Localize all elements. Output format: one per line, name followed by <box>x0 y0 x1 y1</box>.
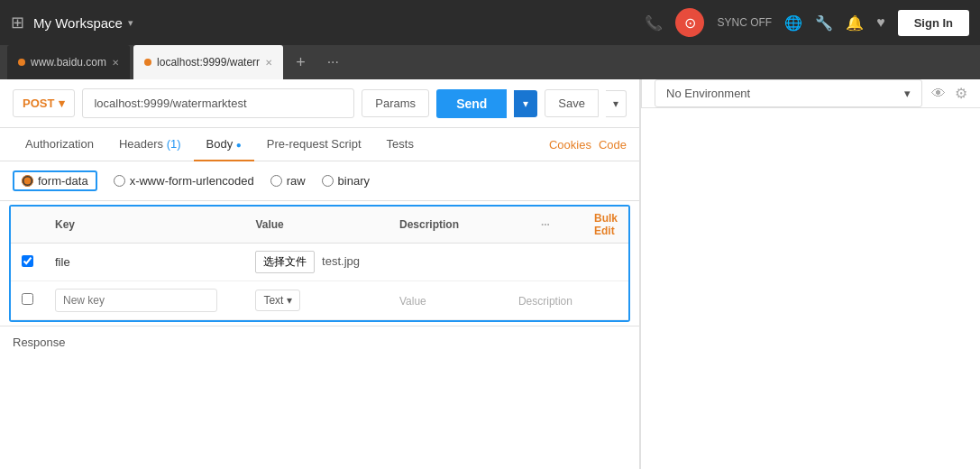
choose-file-button[interactable]: 选择文件 <box>255 251 315 273</box>
raw-label: raw <box>287 174 306 188</box>
bulk-edit-column: Bulk Edit <box>583 207 628 244</box>
wrench-icon[interactable]: 🔧 <box>815 14 833 32</box>
send-dropdown-button[interactable]: ▾ <box>514 90 537 117</box>
new-key-cell <box>44 281 244 320</box>
tab-close-icon[interactable]: ✕ <box>265 58 272 68</box>
tab-dot <box>144 59 151 66</box>
file-name: test.jpg <box>322 254 360 268</box>
x-www-label: x-www-form-urlencoded <box>130 174 254 188</box>
tab-authorization-label: Authorization <box>25 137 94 151</box>
headers-badge: (1) <box>167 137 181 151</box>
save-dropdown-button[interactable]: ▾ <box>606 90 627 117</box>
tab-baidu[interactable]: www.baidu.com ✕ <box>7 45 130 79</box>
response-label: Response <box>13 336 66 349</box>
env-label: No Environment <box>666 87 750 100</box>
env-bar: No Environment ▾ 👁 ⚙ <box>641 79 980 108</box>
value-placeholder: Value <box>399 295 426 308</box>
x-www-radio[interactable] <box>114 175 125 187</box>
binary-option[interactable]: binary <box>322 174 370 188</box>
form-data-table: Key Value Description ··· Bulk Edit <box>11 207 628 320</box>
body-dot: ● <box>236 140 242 150</box>
tab-label: localhost:9999/waterr <box>157 56 260 69</box>
new-extra-cell <box>583 281 628 320</box>
bulk-edit-button[interactable]: Bulk Edit <box>594 212 618 237</box>
sync-icon[interactable]: ⊙ <box>675 8 704 37</box>
body-type-bar: form-data x-www-form-urlencoded raw bina… <box>0 161 639 201</box>
description-column-header: Description <box>389 207 508 244</box>
method-chevron: ▾ <box>59 97 65 110</box>
tab-body[interactable]: Body ● <box>194 128 254 161</box>
tab-tests[interactable]: Tests <box>374 128 426 161</box>
bell-icon[interactable]: 🔔 <box>846 14 864 32</box>
workspace-chevron: ▾ <box>128 17 133 29</box>
tab-close-icon[interactable]: ✕ <box>112 58 119 68</box>
binary-label: binary <box>338 174 370 188</box>
phone-icon[interactable]: 📞 <box>645 14 663 32</box>
gear-icon[interactable]: ⚙ <box>955 85 967 102</box>
row-dots-cell <box>508 244 583 281</box>
row-checkbox-cell <box>11 244 44 281</box>
row-extra-cell <box>583 244 628 281</box>
binary-radio[interactable] <box>322 175 334 187</box>
eye-icon[interactable]: 👁 <box>931 86 946 102</box>
sync-label: SYNC OFF <box>717 16 772 29</box>
tab-authorization[interactable]: Authorization <box>13 128 106 161</box>
row-checkbox[interactable] <box>22 255 33 267</box>
method-label: POST <box>23 97 54 110</box>
new-key-input[interactable] <box>55 289 217 312</box>
send-button[interactable]: Send <box>436 89 507 118</box>
env-chevron: ▾ <box>904 87 911 100</box>
workspace-label[interactable]: My Workspace ▾ <box>33 15 636 31</box>
left-panel: POST ▾ Params Send ▾ Save ▾ Authorizatio… <box>0 79 640 469</box>
tabs-bar: www.baidu.com ✕ localhost:9999/waterr ✕ … <box>0 45 980 79</box>
heart-icon[interactable]: ♥ <box>876 14 885 31</box>
row-description-cell <box>389 244 508 281</box>
dots-column: ··· <box>508 207 583 244</box>
raw-radio[interactable] <box>270 175 282 187</box>
request-tabs: Authorization Headers (1) Body ● Pre-req… <box>0 128 639 161</box>
tab-prerequest[interactable]: Pre-request Script <box>254 128 374 161</box>
env-select[interactable]: No Environment ▾ <box>655 79 922 107</box>
right-panel: No Environment ▾ 👁 ⚙ <box>640 79 980 469</box>
tab-prerequest-label: Pre-request Script <box>267 137 362 151</box>
url-input[interactable] <box>82 88 354 118</box>
sign-in-button[interactable]: Sign In <box>898 10 969 36</box>
type-chevron: ▾ <box>287 294 292 307</box>
form-data-option[interactable]: form-data <box>13 170 97 191</box>
new-desc-cell: Description <box>508 281 583 320</box>
more-tabs-button[interactable]: ··· <box>318 45 348 79</box>
type-dropdown[interactable]: Text ▾ <box>255 290 300 311</box>
tab-body-label: Body <box>206 137 236 151</box>
tab-localhost[interactable]: localhost:9999/waterr ✕ <box>133 45 283 79</box>
new-row-checkbox[interactable] <box>22 293 33 305</box>
method-select[interactable]: POST ▾ <box>13 89 75 117</box>
raw-option[interactable]: raw <box>270 174 306 188</box>
globe-icon[interactable]: 🌐 <box>784 14 802 32</box>
params-button[interactable]: Params <box>362 89 429 117</box>
response-bar: Response <box>0 326 639 358</box>
tab-headers[interactable]: Headers (1) <box>106 128 194 161</box>
new-row: Text ▾ Value Description <box>11 281 628 320</box>
tab-right-actions: Cookies Code <box>549 138 627 152</box>
row-value-cell: 选择文件 test.jpg <box>244 244 389 281</box>
tab-tests-label: Tests <box>387 137 414 151</box>
save-button[interactable]: Save <box>545 89 599 117</box>
form-data-table-container: Key Value Description ··· Bulk Edit <box>9 205 630 322</box>
description-placeholder: Description <box>518 295 572 308</box>
form-data-radio[interactable] <box>22 175 33 187</box>
value-column-header: Value <box>244 207 389 244</box>
dots-icon: ··· <box>541 218 550 231</box>
cookies-link[interactable]: Cookies <box>549 138 591 152</box>
key-column-header: Key <box>44 207 244 244</box>
x-www-option[interactable]: x-www-form-urlencoded <box>114 174 254 188</box>
table-row: file 选择文件 test.jpg <box>11 244 628 281</box>
tab-headers-label: Headers <box>119 137 167 151</box>
nav-icons: 📞 ⊙ SYNC OFF 🌐 🔧 🔔 ♥ Sign In <box>645 8 969 37</box>
grid-icon[interactable]: ⊞ <box>11 13 24 32</box>
request-bar: POST ▾ Params Send ▾ Save ▾ <box>0 79 639 128</box>
add-tab-button[interactable]: + <box>287 45 315 79</box>
top-nav: ⊞ My Workspace ▾ 📞 ⊙ SYNC OFF 🌐 🔧 🔔 ♥ Si… <box>0 0 980 45</box>
content-wrapper: POST ▾ Params Send ▾ Save ▾ Authorizatio… <box>0 79 980 469</box>
new-type-cell: Text ▾ <box>244 281 389 320</box>
code-link[interactable]: Code <box>599 138 627 152</box>
